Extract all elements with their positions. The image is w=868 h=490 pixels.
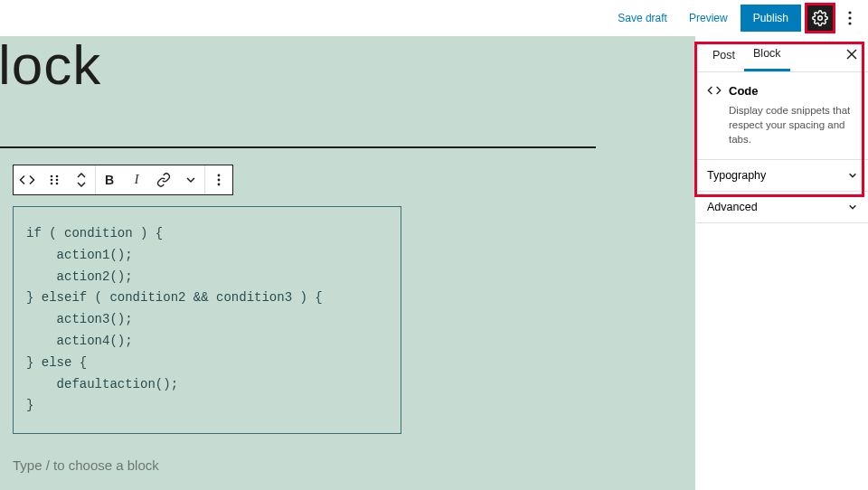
code-icon bbox=[707, 83, 722, 98]
chevron-down-icon bbox=[185, 174, 196, 185]
block-type-name: Code bbox=[729, 84, 759, 98]
more-rich-text-button[interactable] bbox=[177, 165, 204, 194]
move-updown-button[interactable] bbox=[68, 165, 95, 194]
title-separator bbox=[0, 146, 596, 148]
publish-button[interactable]: Publish bbox=[741, 5, 801, 32]
panel-typography[interactable]: Typography bbox=[696, 160, 868, 192]
more-options-button[interactable] bbox=[839, 11, 861, 25]
editor-canvas: lock B I bbox=[0, 36, 696, 490]
drag-handle[interactable] bbox=[41, 165, 68, 194]
link-button[interactable] bbox=[150, 165, 177, 194]
block-toolbar: B I bbox=[13, 165, 233, 195]
preview-link[interactable]: Preview bbox=[680, 6, 737, 30]
panel-typography-label: Typography bbox=[707, 169, 766, 182]
top-toolbar: Save draft Preview Publish bbox=[0, 0, 868, 36]
block-options-button[interactable] bbox=[205, 165, 232, 194]
drag-icon bbox=[48, 174, 61, 186]
settings-button-highlight bbox=[805, 3, 835, 33]
block-type-button[interactable] bbox=[14, 165, 41, 194]
svg-point-0 bbox=[818, 16, 823, 21]
bold-button[interactable]: B bbox=[96, 165, 123, 194]
chevron-down-icon bbox=[848, 203, 857, 212]
chevron-down-icon bbox=[848, 171, 857, 180]
code-icon bbox=[19, 172, 35, 188]
svg-point-12 bbox=[218, 184, 221, 186]
svg-point-5 bbox=[56, 175, 59, 178]
chevron-updown-icon bbox=[76, 173, 87, 187]
post-title[interactable]: lock bbox=[0, 36, 101, 97]
svg-point-3 bbox=[848, 22, 851, 24]
svg-point-9 bbox=[56, 183, 59, 185]
block-info-panel: Code Display code snippets that respect … bbox=[696, 72, 868, 160]
panel-advanced-label: Advanced bbox=[707, 201, 758, 213]
sidebar-tabs: Post Block bbox=[696, 36, 868, 72]
tab-block[interactable]: Block bbox=[744, 36, 790, 71]
italic-button[interactable]: I bbox=[123, 165, 150, 194]
svg-point-2 bbox=[848, 16, 851, 19]
panel-advanced[interactable]: Advanced bbox=[696, 192, 868, 223]
save-draft-link[interactable]: Save draft bbox=[609, 6, 676, 30]
code-block[interactable]: if ( condition ) { action1(); action2();… bbox=[13, 206, 401, 434]
gear-icon bbox=[812, 10, 828, 26]
block-type-description: Display code snippets that respect your … bbox=[707, 103, 857, 146]
kebab-icon bbox=[217, 174, 221, 186]
link-icon bbox=[156, 173, 171, 187]
close-icon bbox=[846, 49, 857, 60]
svg-point-11 bbox=[218, 179, 221, 182]
svg-point-4 bbox=[51, 175, 53, 178]
svg-point-8 bbox=[51, 183, 53, 185]
svg-point-10 bbox=[218, 174, 221, 177]
kebab-icon bbox=[848, 11, 852, 25]
settings-sidebar: Post Block Code Display code snippets th… bbox=[696, 36, 868, 490]
svg-point-7 bbox=[56, 179, 59, 182]
close-sidebar-button[interactable] bbox=[843, 45, 861, 63]
block-appender[interactable]: Type / to choose a block bbox=[13, 457, 415, 473]
svg-point-6 bbox=[51, 179, 53, 182]
tab-post[interactable]: Post bbox=[703, 38, 744, 71]
svg-point-1 bbox=[848, 11, 851, 14]
settings-button[interactable] bbox=[807, 5, 833, 31]
